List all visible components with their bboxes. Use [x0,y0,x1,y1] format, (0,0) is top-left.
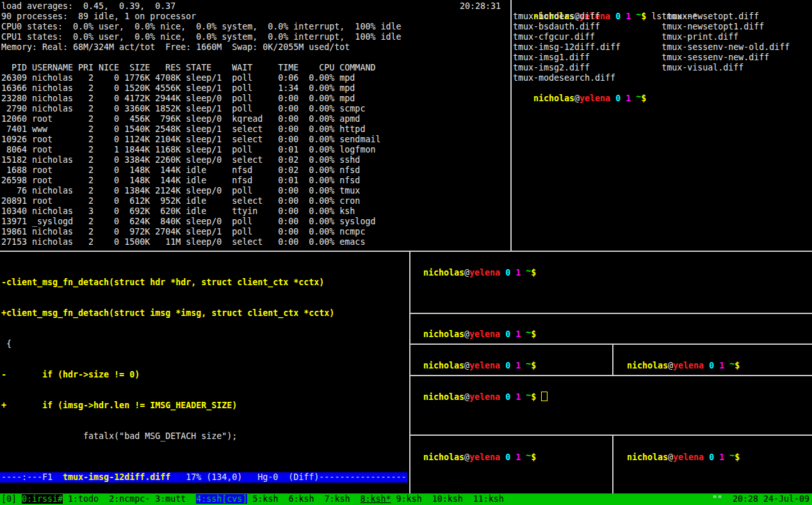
prompt-space [521,268,526,277]
prompt-user: nicholas [423,452,464,462]
prompt-dollar: $ [735,361,740,370]
status-window-0[interactable]: 0:irssi# [22,494,63,504]
diff-context-line: fatalx("bad MSG_DETACH size"); [1,431,334,442]
prompt-space [724,452,729,462]
prompt-dollar: $ [531,452,536,462]
prompt-space [521,452,526,462]
prompt-num1: 1 [516,361,521,370]
prompt-space [521,329,526,339]
prompt-user: nicholas [423,268,464,277]
status-window-9[interactable]: 9:ksh [396,494,427,504]
prompt-dollar: $ [531,268,536,277]
prompt-at: @ [668,361,673,370]
prompt-space [510,329,516,339]
prompt-num1: 1 [516,329,521,339]
status-right: "" 20:28 24-Jul-09 [712,493,809,505]
prompt-user: nicholas [423,392,464,402]
status-window-6[interactable]: 6:ksh [288,494,319,504]
prompt-at: @ [464,392,469,402]
pane-shell-2[interactable]: nicholas@yelena 0 1 ~$ [413,319,536,340]
status-separator [355,494,361,504]
prompt-tilde: ~ [729,451,735,460]
pane-border-h4 [410,435,812,436]
terminal-cursor [541,392,548,401]
status-window-11[interactable]: 11:ksh [473,494,504,504]
status-window-3[interactable]: 3:mutt [155,494,191,504]
diff-added-line: +client_msg_fn_detach(struct imsg *imsg,… [1,308,334,319]
pane-shell-1[interactable]: nicholas@yelena 0 1 ~$ [413,258,536,278]
pane-shell-6[interactable]: nicholas@yelena 0 1 ~$ [617,442,740,463]
pane-border-v2 [612,436,613,493]
prompt-space [500,361,505,370]
prompt-host: yelena [469,268,500,277]
prompt-dollar: $ [735,452,740,462]
prompt-tilde: ~ [729,359,735,368]
prompt-num1: 1 [516,392,521,402]
top-clock: 20:28:31 [460,1,501,12]
prompt-num0: 0 [615,94,621,103]
prompt-space [714,452,719,462]
shell-prompt-line: nicholas@yelena 0 1 ~$ [513,83,646,114]
prompt-at: @ [464,329,469,339]
prompt-tilde: ~ [526,359,531,368]
pane-border-h2 [410,344,812,345]
prompt-user: nicholas [533,94,574,103]
prompt-user: nicholas [627,361,668,370]
prompt-host: yelena [580,94,610,103]
prompt-at: @ [574,94,580,103]
prompt-space [500,268,505,277]
prompt-host: yelena [469,329,500,339]
modeline-filename: tmux-imsg-12diff.diff [63,472,170,482]
status-window-7[interactable]: 7:ksh [324,494,355,504]
diff-added-line: + if (imsg->hdr.len != IMSG_HEADER_SIZE) [1,401,334,411]
status-separator [63,494,68,504]
status-window-5[interactable]: 5:ksh [252,494,283,504]
prompt-num1: 1 [626,94,631,103]
prompt-user: nicholas [423,361,464,370]
prompt-space [621,94,626,103]
diff-removed-line: -client_msg_fn_detach(struct hdr *hdr, s… [1,277,334,288]
prompt-space [510,452,516,462]
prompt-num0: 0 [505,361,510,370]
prompt-space [500,329,505,339]
diff-removed-line: - if (hdr->size != 0) [1,370,334,380]
tmux-screen: { "colors": { "background": "#000000", "… [0,0,812,505]
prompt-space [521,392,526,402]
modeline-prefix: ----:---F1 [1,472,63,482]
prompt-dollar: $ [641,94,646,103]
prompt-num1: 1 [719,452,724,462]
status-window-current[interactable]: 8:ksh* [361,494,391,504]
prompt-tilde: ~ [526,451,531,460]
prompt-host: yelena [673,361,704,370]
session-name: [0] [1,494,22,504]
pane-shell-4[interactable]: nicholas@yelena 0 1 ~$ [617,351,740,371]
prompt-tilde: ~ [636,92,641,101]
prompt-at: @ [464,268,469,277]
prompt-num0: 0 [505,452,510,462]
prompt-num0: 0 [505,329,510,339]
prompt-user: nicholas [627,452,668,462]
pane-border-h1 [410,313,812,314]
prompt-tilde: ~ [526,266,531,276]
status-window-1[interactable]: 1:todo [68,494,104,504]
pane-shell-5[interactable]: nicholas@yelena 0 1 ~$ [413,442,536,463]
status-separator [468,494,473,504]
status-window-10[interactable]: 10:ksh [432,494,468,504]
pane-shell-active[interactable]: nicholas@yelena 0 1 ~$ [413,381,548,402]
prompt-at: @ [668,452,673,462]
prompt-space [510,361,516,370]
emacs-buffer: -client_msg_fn_detach(struct hdr *hdr, s… [1,257,334,505]
prompt-space [500,392,505,402]
status-window-2[interactable]: 2:ncmpc- [109,494,150,504]
prompt-num0: 0 [505,268,510,277]
status-separator [427,494,432,504]
status-window-4[interactable]: 4:ssh[cvs] [196,494,247,504]
ls-file-listing: tmux-borders.diff tmux-newsetopt.diff tm… [513,12,790,83]
modeline-info: 17% (134,0) Hg-0 (Diff)----------------- [170,472,406,482]
prompt-at: @ [464,452,469,462]
pane-border-vertical-top [510,0,512,251]
status-separator [104,494,109,504]
prompt-tilde: ~ [526,327,531,337]
pane-shell-3[interactable]: nicholas@yelena 0 1 ~$ [413,351,536,371]
prompt-num1: 1 [516,268,521,277]
